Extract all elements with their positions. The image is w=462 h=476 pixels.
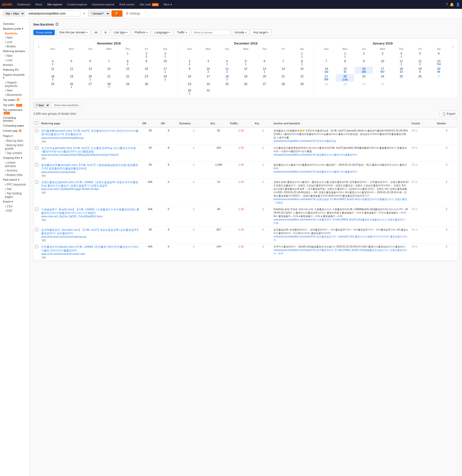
sidebar-item-anchors[interactable]: Anchors — [0, 62, 29, 67]
sidebar-item-content-gap[interactable]: Content gap 🔥 — [0, 128, 29, 133]
row-checkbox[interactable] — [35, 208, 38, 211]
cal-day[interactable]: 31 — [156, 51, 174, 58]
nav-alerts[interactable]: Alerts — [33, 2, 44, 7]
nav-keywords-explorer[interactable]: Keywords explorer — [90, 2, 116, 7]
cal-day[interactable]: 122 — [411, 59, 429, 66]
th-anchor[interactable]: Anchor and backlink ↕ — [272, 119, 410, 127]
sidebar-item-bl-new[interactable]: • New — [0, 35, 29, 40]
th-checkbox[interactable] — [34, 119, 40, 127]
anchor-link[interactable]: outcareyourcompetition.com/search?q=강원도글… — [273, 198, 408, 204]
nav-site-audit[interactable]: Site audit NEW — [138, 2, 161, 7]
cal-day[interactable]: 198 — [411, 67, 429, 74]
gear-filter-button[interactable]: ⚙ — [102, 30, 109, 35]
sidebar-item-ok-movements[interactable]: • Movements — [0, 93, 29, 97]
search-button[interactable]: 🔍 — [111, 10, 122, 17]
cal-day[interactable]: 41 — [392, 51, 410, 58]
td-similar[interactable]: 2 — [435, 206, 458, 226]
cal-day[interactable]: 182 — [44, 74, 62, 81]
th-found[interactable]: Found ↕ — [410, 119, 435, 127]
td-similar[interactable]: 2 — [435, 244, 458, 261]
sidebar-item-export[interactable]: Export ▾ — [0, 199, 29, 204]
th-dr[interactable]: DR ↕ — [141, 119, 159, 127]
th-kw[interactable]: Kw. ↕ — [253, 119, 272, 127]
cal-day[interactable]: 111 — [392, 59, 410, 66]
calendar-prev-button[interactable]: ‹ — [37, 43, 41, 49]
cal-day[interactable]: 11 — [336, 51, 354, 58]
anchor-link[interactable]: outcareyourcompetition.com/search?q=밀양출장… — [273, 153, 408, 157]
sidebar-item-top-content[interactable]: • Top content — [0, 151, 29, 155]
ref-page-title[interactable]: 김포목출창안마【anma02.c0m】【카톡: mo27】⬅김포골갈강후+김포출… — [41, 228, 139, 235]
td-checkbox[interactable] — [34, 162, 40, 179]
all-button[interactable]: All — [92, 30, 100, 35]
cal-day[interactable]: 41 — [218, 59, 236, 66]
ref-page-domain[interactable]: www.archonind.com/outsourcing/main.jsp — [41, 235, 86, 238]
td-checkbox[interactable] — [34, 144, 40, 162]
settings-link[interactable]: ⚙ Settings — [126, 12, 140, 15]
ref-page-domain[interactable]: www.vcme.net/T-o/Q18by4FlFuqqgK f6e3k8-r… — [41, 188, 99, 190]
anchor-link[interactable]: outcareyourcompetition.com/search?q=수원출장… — [273, 218, 408, 225]
word-phrase-input[interactable] — [191, 30, 231, 35]
platform-button[interactable]: Platform ▾ — [132, 29, 150, 35]
th-domains[interactable]: Domains ↕ — [178, 119, 209, 127]
sidebar-item-anchors2[interactable]: • Anchors — [0, 168, 29, 173]
domain-input[interactable] — [26, 11, 80, 16]
ref-page-title[interactable]: 논산오피▲[anma02.c0m]【카톡: mo27】논산출장성애역▲+논산출장… — [41, 146, 139, 153]
row-checkbox[interactable] — [35, 180, 38, 184]
anchor-link[interactable]: outcareyourcompetition.com/search?q=김포출장… — [273, 235, 408, 242]
sidebar-item-competing-pages[interactable]: Competing pages — [0, 123, 29, 128]
row-checkbox[interactable] — [35, 228, 38, 231]
sidebar-item-best-by-links[interactable]: • Best by links — [0, 139, 29, 143]
sidebar-item-csv[interactable]: • CSV — [0, 204, 29, 209]
ref-page-domain[interactable]: www.archonind.com/wWuc6V8zT06RwQGEXHNUUm… — [41, 154, 119, 156]
sidebar-item-backlink-profile[interactable]: Backlink profile ▾ — [0, 26, 29, 31]
cal-day[interactable]: 81 — [293, 59, 311, 66]
cal-day[interactable]: 14192 — [317, 67, 335, 74]
include-button[interactable]: Include ▾ — [232, 29, 249, 35]
cal-day[interactable]: 181 — [218, 74, 236, 81]
td-checkbox[interactable] — [34, 244, 40, 261]
sidebar-item-bl-lost[interactable]: • Lost — [0, 40, 29, 44]
cal-day[interactable]: 201 — [81, 74, 99, 81]
sidebar-item-broken-links[interactable]: • Broken links — [0, 173, 29, 177]
sidebar-item-ok-new[interactable]: • New — [0, 88, 29, 93]
sidebar-item-rd-lost[interactable]: • Lost — [0, 58, 29, 62]
cal-day[interactable]: 11 — [293, 51, 311, 58]
cal-day[interactable]: 261 — [62, 82, 81, 89]
sidebar-item-ok-label[interactable]: • Organic keywords — [0, 80, 29, 88]
sidebar-item-backlinks[interactable]: Backlinks — [0, 31, 29, 35]
row-checkbox[interactable] — [35, 245, 38, 248]
cal-day[interactable]: 102 — [199, 67, 217, 74]
sidebar-item-ads[interactable]: • Ads — [0, 187, 29, 191]
days-select[interactable]: 7 days — [33, 102, 50, 108]
group-similar-button[interactable]: Group similar — [33, 30, 55, 35]
link-type-button[interactable]: Link type ▾ — [111, 29, 130, 35]
sidebar-item-rd-new[interactable]: • New — [0, 54, 29, 58]
cal-day[interactable]: 2099 — [430, 67, 448, 74]
row-checkbox[interactable] — [35, 163, 38, 166]
sidebar-item-top-subdomains[interactable]: Top subdomains NEW — [0, 107, 29, 115]
any-target-button[interactable]: Any target ▾ — [251, 29, 272, 35]
anchor-link[interactable]: outcareyourcompetition.com/search?q=진주출장… — [273, 248, 408, 255]
cal-day-today[interactable]: 16290 — [355, 67, 373, 74]
cal-day[interactable]: 301 — [180, 88, 199, 95]
th-referring-page[interactable]: Referring page ↕ — [40, 119, 141, 127]
cal-day[interactable]: 17507 — [373, 67, 392, 74]
cal-day[interactable]: 112 — [218, 67, 236, 74]
sidebar-item-linked-domains[interactable]: • Linked domains — [0, 160, 29, 168]
mode-select[interactable]: *.domain/* — [88, 11, 110, 16]
row-checkbox[interactable] — [35, 129, 38, 132]
nav-site-explorer[interactable]: Site explorer — [45, 2, 64, 7]
th-ext[interactable]: Ext. ↕ — [209, 119, 228, 127]
sidebar-item-referring-ips[interactable]: Referring IPs — [0, 67, 29, 72]
cal-day[interactable]: 241 — [156, 74, 174, 81]
ref-page-title[interactable]: 천안출장▶[anma02.c0m]【카톡: mo27】천안출장미인이가비+천안미… — [41, 129, 139, 136]
select-all-checkbox[interactable] — [35, 121, 38, 125]
ref-page-title[interactable]: 강원도출장상강[kra25.c0m]【카톡: LD868】+강원도골골갈후+강원… — [41, 180, 139, 188]
calendar-next-button[interactable]: › — [451, 43, 455, 49]
sidebar-item-pages[interactable]: Pages ▾ — [0, 133, 29, 139]
td-checkbox[interactable] — [34, 206, 40, 226]
sidebar-item-referring-domains[interactable]: Referring domains — [0, 49, 29, 54]
sidebar-item-top-paths[interactable]: Top paths NEW — [0, 102, 29, 107]
td-similar[interactable]: 3 — [435, 162, 458, 179]
ref-page-domain[interactable]: www.vcme.net/arti/science/home01.html — [41, 253, 85, 255]
